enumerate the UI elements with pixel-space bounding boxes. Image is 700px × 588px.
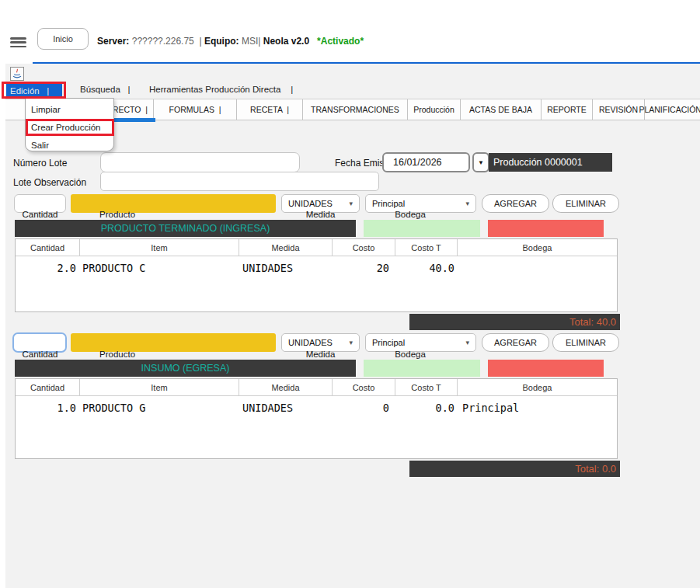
java-icon [10,67,24,81]
table-row[interactable]: 2.0 PRODUCTO C UNIDADES 20 40.0 [16,260,617,276]
cell-costo: 0 [333,400,395,416]
eliminar-button-1[interactable]: ELIMINAR [552,194,619,213]
total-bar-ingresa: Total: 40.0 [409,314,620,330]
insumo-table[interactable]: Cantidad Item Medida Costo Costo T Bodeg… [15,378,618,459]
egresa-color-block [488,220,604,237]
lote-observacion-input[interactable] [100,172,379,191]
status-activado: *Activado* [309,36,364,47]
inicio-button[interactable]: Inicio [37,28,89,50]
menu-item-limpiar[interactable]: Limpiar [31,105,61,114]
bodega-label-1: Bodega [365,210,455,219]
server-status-line: Server: ??????.226.75 | Equipo: MSI| Neo… [97,36,364,47]
section-banner-producto-terminado: PRODUCTO TERMINADO (INGRESA) [15,220,356,237]
producto-label-2: Producto [99,350,135,359]
col-costo: Costo [333,239,395,256]
equipo-value: MSI| [239,36,261,47]
tab-formulas[interactable]: FORMULAS | [154,99,237,120]
tab-planificacion[interactable]: PLANIFICACIÓN | [645,99,700,120]
producto-terminado-table[interactable]: Cantidad Item Medida Costo Costo T Bodeg… [15,238,618,312]
app-version: Neola v2.0 [260,36,309,47]
bodega-select-value-2: Principal [372,338,405,347]
egresa-color-block-2 [488,360,604,377]
col-costo: Costo [333,379,395,395]
chevron-down-icon: ▾ [349,200,353,207]
tab-transformaciones[interactable]: TRANSFORMACIONES [303,99,408,120]
annotation-box-edicion [2,82,66,99]
bodega-label-2: Bodega [365,350,455,359]
tab-revision[interactable]: REVISIÓN [593,99,645,120]
numero-lote-label: Número Lote [13,158,67,169]
col-costo-t: Costo T [395,239,458,256]
col-item: Item [80,379,239,395]
col-cantidad: Cantidad [16,379,80,395]
ingresa-color-block [364,220,480,237]
tab-actas-de-baja[interactable]: ACTAS DE BAJA [461,99,542,120]
server-label: Server: [97,36,129,47]
chevron-down-icon: ▾ [349,339,353,346]
equipo-label: Equipo: [202,36,239,47]
calendar-dropdown-icon[interactable]: ▼ [472,152,489,172]
menu-herramientas[interactable]: Herramientas Producción Directa | [149,85,293,94]
cell-costo-t: 40.0 [395,260,458,276]
table-row[interactable]: 1.0 PRODUCTO G UNIDADES 0 0.0 Principal [16,400,617,416]
ingresa-color-block-2 [364,360,480,377]
total-bar-egresa: Total: 0.0 [409,461,620,477]
cell-item: PRODUCTO C [80,260,239,276]
server-value: ??????.226.75 | [129,36,201,47]
numero-lote-input[interactable] [100,152,300,172]
active-tab-indicator [107,118,155,122]
tab-produccion-directo[interactable]: RECTO | [107,99,154,120]
col-medida: Medida [239,239,333,256]
col-bodega: Bodega [458,239,617,256]
menu-busqueda[interactable]: Búsqueda | [80,85,130,94]
eliminar-button-2[interactable]: ELIMINAR [552,333,619,352]
cell-costo: 20 [333,260,395,276]
lote-observacion-label: Lote Observación [13,177,86,188]
section-banner-insumo: INSUMO (EGRESA) [15,360,356,377]
tab-produccion[interactable]: Producción [408,99,461,120]
cell-bodega: Principal [458,400,617,416]
table-header: Cantidad Item Medida Costo Costo T Bodeg… [16,239,617,256]
col-cantidad: Cantidad [16,239,80,256]
col-medida: Medida [239,379,333,395]
annotation-box-crear-produccion [26,119,114,136]
cell-bodega [458,260,617,276]
cell-item: PRODUCTO G [80,400,239,416]
fecha-emision-input[interactable]: 16/01/2026 [382,152,470,172]
produccion-number-badge: Producción 0000001 [489,153,612,172]
agregar-button-2[interactable]: AGREGAR [482,333,549,352]
chevron-down-icon: ▾ [465,339,469,346]
table-header: Cantidad Item Medida Costo Costo T Bodeg… [16,379,617,396]
medida-label-2: Medida [281,350,360,359]
hamburger-menu-icon[interactable] [10,37,26,47]
medida-select-value-2: UNIDADES [288,338,333,347]
col-bodega: Bodega [458,379,617,395]
cantidad-label-1: Cantidad [14,210,66,219]
cantidad-label-2: Cantidad [14,350,66,359]
col-item: Item [80,239,239,256]
cell-costo-t: 0.0 [395,400,458,416]
cell-medida: UNIDADES [239,400,333,416]
medida-select-value-1: UNIDADES [288,199,333,208]
cell-cantidad: 2.0 [16,260,80,276]
medida-label-1: Medida [281,210,360,219]
menu-item-salir[interactable]: Salir [31,141,49,150]
bodega-select-value-1: Principal [372,199,405,208]
agregar-button-1[interactable]: AGREGAR [482,194,549,213]
producto-label-1: Producto [99,210,135,219]
cell-medida: UNIDADES [239,260,333,276]
col-costo-t: Costo T [395,379,458,395]
tab-reporte[interactable]: REPORTE [542,99,593,120]
cell-cantidad: 1.0 [16,400,80,416]
tab-receta[interactable]: RECETA | [237,99,303,120]
app-window: EMPRESA ABC SA ( EMPRESA ABC SA ) - 1234… [0,0,700,588]
chevron-down-icon: ▾ [465,200,469,207]
